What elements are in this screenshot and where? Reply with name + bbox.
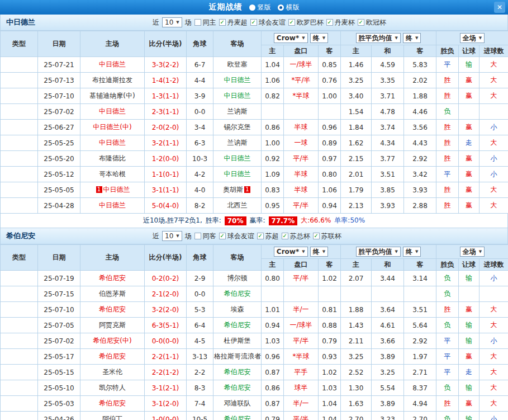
away-team-cell[interactable]: 锡尔克堡 (213, 120, 262, 135)
rank-badge: 1 (244, 186, 250, 193)
corner-cell: 10-3 (187, 151, 213, 167)
away-team-cell[interactable]: 杜伊斯堡 (213, 333, 262, 349)
away-team-cell[interactable]: 埃森 (213, 302, 262, 318)
europe-home-odds-cell: 1.88 (341, 302, 372, 318)
away-team-cell[interactable]: 中日德兰 (213, 151, 262, 167)
away-team-cell[interactable]: 希伯尼安 (213, 365, 262, 380)
games-label: 场 (185, 18, 192, 27)
home-team-cell[interactable]: 希伯尼安(中) (80, 333, 145, 349)
home-team-cell[interactable]: 凯尔特人 (80, 380, 145, 396)
home-team-cell[interactable]: 布隆德比 (80, 151, 145, 167)
away-team-cell[interactable]: 格拉斯哥流浪者 (213, 349, 262, 365)
asia-time-dropdown[interactable]: 终▼ (310, 247, 328, 257)
away-team-cell[interactable]: 欧登塞 (213, 57, 262, 73)
away-team-cell[interactable]: 希伯尼安 (213, 412, 262, 420)
away-team-cell[interactable]: 北西兰 (213, 198, 262, 214)
match-date-cell: 25-05-10 (38, 380, 80, 396)
score-cell: 3-1(2-1) (145, 380, 187, 396)
match-count-dropdown[interactable]: 10▼ (162, 231, 182, 241)
home-team-cell[interactable]: 阿贾克斯 (80, 318, 145, 333)
league-filter[interactable]: ✓欧罗巴杯 (288, 18, 324, 27)
home-team-cell[interactable]: 伯恩茅斯 (80, 286, 145, 302)
league-filter[interactable]: ✓欧冠杯 (358, 18, 386, 27)
layout-radio-vertical[interactable]: 竖版 (249, 3, 271, 12)
away-team-cell[interactable]: 奥胡斯1 (213, 182, 262, 198)
asia-handicap-cell: 平/半 (284, 151, 319, 167)
result-cell: 胜 (436, 151, 459, 167)
europe-home-odds-cell: 1.43 (341, 318, 372, 333)
away-team-cell[interactable]: 希伯尼安 (213, 286, 262, 302)
asia-time-dropdown[interactable]: 终▼ (310, 33, 328, 43)
europe-time-dropdown[interactable]: 终▼ (403, 247, 421, 257)
home-team-cell[interactable]: 圣米伦 (80, 365, 145, 380)
home-team-cell[interactable]: 希伯尼安 (80, 302, 145, 318)
league-filter-label: 球会友谊 (227, 232, 254, 241)
home-team-cell[interactable]: 中日德兰 (80, 198, 145, 214)
score-cell: 1-3(1-1) (145, 88, 187, 104)
league-filter[interactable]: ✓丹麦杯 (326, 18, 355, 27)
asia-home-odds-cell: 1.09 (262, 167, 284, 182)
chevron-down-icon: ▼ (415, 249, 418, 254)
asia-away-odds-cell: 0.81 (319, 302, 341, 318)
same-venue-filter[interactable]: 同客 (194, 232, 216, 241)
scope-dropdown[interactable]: 全场▼ (460, 33, 485, 43)
away-team-cell[interactable]: 邓迪联队 (213, 396, 262, 412)
section-header: 中日德兰 近 10▼ 场 同主 ✓丹麦超✓球会友谊✓欧罗巴杯✓丹麦杯✓欧冠杯 (0, 15, 508, 31)
away-team-cell[interactable]: 中日德兰 (213, 88, 262, 104)
odds-company-dropdown[interactable]: Crow*▼ (274, 33, 308, 43)
home-team-cell[interactable]: 哥本哈根 (80, 167, 145, 182)
goal-result-cell: 小 (479, 271, 508, 286)
europe-away-odds-cell: 3.56 (404, 120, 436, 135)
away-team-cell[interactable]: 中日德兰 (213, 167, 262, 182)
home-team-cell[interactable]: 希伯尼安 (80, 271, 145, 286)
europe-avg-dropdown[interactable]: 胜平负均值▼ (356, 33, 401, 43)
europe-draw-odds-cell: 3.44 (372, 271, 404, 286)
asia-handicap-cell: 平手 (284, 365, 319, 380)
europe-odds-header: 胜平负均值▼ 终▼ (341, 245, 436, 259)
away-team-cell[interactable]: 博尔顿 (213, 271, 262, 286)
team-name: 希伯尼安 (1, 231, 153, 241)
col-europe-away: 客 (404, 259, 436, 271)
away-team-cell[interactable]: 希伯尼安 (213, 380, 262, 396)
col-handicap: 盘口 (284, 259, 319, 271)
home-team-cell[interactable]: 中日德兰 (80, 57, 145, 73)
away-team-cell[interactable]: 兰讷斯 (213, 135, 262, 151)
home-team-cell[interactable]: 布拉迪斯拉发 (80, 73, 145, 88)
home-team-cell[interactable]: 中日德兰(中) (80, 120, 145, 135)
away-team-cell[interactable]: 中日德兰 (213, 73, 262, 88)
europe-time-dropdown[interactable]: 终▼ (403, 33, 421, 43)
home-team-cell[interactable]: 希伯尼安 (80, 349, 145, 365)
corner-cell: 3-9 (187, 88, 213, 104)
league-filter[interactable]: ✓球会友谊 (250, 18, 286, 27)
asia-home-odds-cell: 0.96 (262, 349, 284, 365)
asia-home-odds-cell: 0.86 (262, 120, 284, 135)
home-team-cell[interactable]: 1中日德兰 (80, 182, 145, 198)
col-asia-away: 客 (319, 45, 341, 57)
europe-away-odds-cell: 2.71 (404, 365, 436, 380)
close-button[interactable]: ✕ (494, 2, 505, 13)
profit-rate-label: 赢率: (250, 216, 265, 225)
handicap-result-cell: 赢 (459, 302, 479, 318)
league-filter[interactable]: ✓球会友谊 (219, 232, 254, 241)
league-filter[interactable]: ✓苏联杯 (313, 232, 341, 241)
home-team-cell[interactable]: 希伯尼安 (80, 396, 145, 412)
col-asia-home: 主 (262, 45, 284, 57)
topbar: 近期战绩 竖版 横版 ✕ (0, 0, 508, 15)
match-count-dropdown[interactable]: 10▼ (162, 17, 182, 27)
away-team-cell[interactable]: 希伯尼安 (213, 318, 262, 333)
away-team-cell[interactable]: 兰讷斯 (213, 104, 262, 120)
scope-dropdown[interactable]: 全场▼ (460, 247, 485, 257)
league-filter[interactable]: ✓苏总杯 (282, 232, 310, 241)
europe-avg-dropdown[interactable]: 胜平负均值▼ (356, 247, 401, 257)
home-team-cell[interactable]: 基辅迪纳摩(中) (80, 88, 145, 104)
home-team-cell[interactable]: 中日德兰 (80, 104, 145, 120)
layout-radio-horizontal[interactable]: 横版 (278, 3, 300, 12)
odds-company-dropdown[interactable]: Crow*▼ (274, 247, 308, 257)
same-venue-filter[interactable]: 同主 (194, 18, 216, 27)
asia-home-odds-cell: 1.03 (262, 333, 284, 349)
league-filter[interactable]: ✓丹麦超 (219, 18, 248, 27)
home-team-cell[interactable]: 阿伯丁 (80, 412, 145, 420)
league-filter[interactable]: ✓苏超 (257, 232, 279, 241)
handicap-result-cell: 输 (459, 318, 479, 333)
home-team-cell[interactable]: 中日德兰 (80, 135, 145, 151)
